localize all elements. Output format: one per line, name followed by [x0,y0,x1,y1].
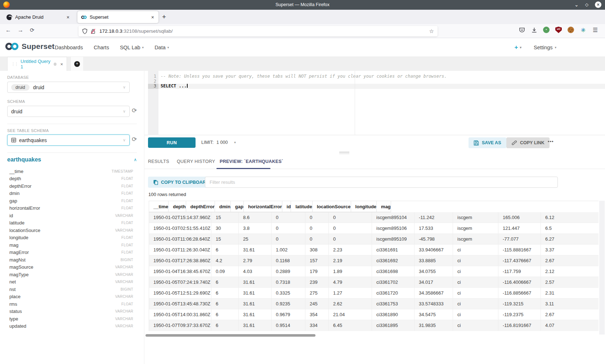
table-column-row[interactable]: id VARCHAR [9,212,133,219]
filter-results-input[interactable] [205,177,558,188]
superset-logo[interactable]: Superset [4,42,54,51]
table-column-row[interactable]: status VARCHAR [9,308,133,315]
table-column-row[interactable]: gap FLOAT [9,197,133,205]
settings-menu[interactable]: Settings▾ [534,45,556,50]
table-column-row[interactable]: __time TIMESTAMP [9,168,133,175]
column-header[interactable]: mag [377,201,391,212]
reload-button[interactable]: ⟳ [30,27,35,33]
column-header[interactable]: dmin [215,201,231,212]
nav-dashboards[interactable]: Dashboards [55,45,83,50]
extension-icon[interactable]: ＊ [543,27,550,33]
column-type: VARCHAR [115,273,133,277]
table-column-row[interactable]: longitude FLOAT [9,234,133,242]
table-column-row[interactable]: dmin FLOAT [9,190,133,197]
browser-tab-superset[interactable]: Superset × [77,11,158,23]
tab-query-history[interactable]: QUERY HISTORY [177,159,215,164]
horizontal-scrollbar-thumb[interactable] [145,334,315,337]
table-column-row[interactable]: type VARCHAR [9,315,133,323]
table-column-row[interactable]: horizontalError FLOAT [9,205,133,212]
table-row[interactable]: 1950-01-02T15:14:37.960Z 15 8.6 0 0 0 is… [149,212,599,223]
shield-icon[interactable] [82,28,88,34]
table-column-row[interactable]: latitude FLOAT [9,219,133,227]
nav-data[interactable]: Data▾ [154,45,169,50]
browser-tab-apache-druid[interactable]: Apache Druid × [3,11,74,23]
new-item-button[interactable]: +▾ [515,44,521,51]
column-header[interactable]: __time [149,201,169,212]
pane-splitter-handle[interactable] [339,152,349,155]
column-header[interactable]: depth [169,201,186,212]
table-column-row[interactable]: rms FLOAT [9,300,133,308]
column-header[interactable]: gap [231,201,244,212]
table-select[interactable]: earthquakes ∨ [7,135,130,146]
schema-select[interactable]: druid ∨ [7,106,130,117]
sql-editor[interactable]: 1 2 3 -- Note: Unless you save your quer… [144,71,605,135]
tab-close-icon[interactable]: × [66,14,70,20]
table-column-row[interactable]: magNst BIGINT [9,256,133,264]
add-query-tab-button[interactable]: + [71,57,83,71]
table-row[interactable]: 1950-01-03T11:06:28.640Z 15 25 0 0 0 isc… [149,234,599,245]
column-header[interactable]: longitude [351,201,377,212]
table-column-row[interactable]: place VARCHAR [9,293,133,301]
table-row[interactable]: 1950-01-07T09:37:33.670Z 6 31.61 0.9514 … [149,320,599,331]
column-header[interactable]: id [282,201,291,212]
table-row[interactable]: 1950-01-04T16:38:45.670Z 0.09 4.03 0.288… [149,266,599,277]
drag-handle-icon[interactable]: ⋮⋮ [11,62,18,67]
save-as-button[interactable]: SAVE AS [469,137,506,148]
table-row[interactable]: 1950-01-05T07:24:19.740Z 6 31.61 0.7318 … [149,277,599,288]
query-tab-active[interactable]: ⋮⋮ Untitled Query 1 × [7,57,67,71]
copy-link-button[interactable]: COPY LINK [506,137,550,148]
ublock-icon[interactable]: uO [555,27,562,33]
cookie-icon[interactable] [568,27,574,33]
tab-preview-earthquakes[interactable]: PREVIEW: `EARTHQUAKES` [220,159,283,164]
collapse-chevron-up-icon[interactable]: ∧ [134,157,137,162]
refresh-schema-icon[interactable]: ⟳ [132,107,137,114]
more-options-button[interactable]: ••• [548,139,554,144]
tab-close-icon[interactable]: × [151,14,155,20]
table-row[interactable]: 1950-01-03T17:26:38.860Z 4.2 2.79 0.1168… [149,255,599,266]
table-column-row[interactable]: locationSource VARCHAR [9,227,133,234]
vertical-scrollbar-track[interactable] [599,201,605,335]
table-row[interactable]: 1950-01-03T11:26:30.040Z 6 31.61 1.002 3… [149,245,599,255]
database-select[interactable]: druid druid ∨ [7,82,130,93]
extension-asterisk-icon[interactable]: ✳ [580,27,586,33]
table-column-row[interactable]: depthError FLOAT [9,182,133,190]
column-header[interactable]: horizontalError [244,201,282,212]
table-column-row[interactable]: updated VARCHAR [9,323,133,330]
window-minimize-button[interactable]: ⌄ [574,1,579,8]
table-column-row[interactable]: nst BIGINT [9,286,133,293]
table-column-row[interactable]: magSource VARCHAR [9,264,133,271]
downloads-icon[interactable] [531,27,537,33]
column-header[interactable]: locationSource [313,201,351,212]
table-column-row[interactable]: net VARCHAR [9,278,133,286]
new-tab-button[interactable]: + [162,13,166,21]
table-column-row[interactable]: magType VARCHAR [9,271,133,278]
table-row[interactable]: 1950-01-05T14:00:31.860Z 6 31.61 0.9679 … [149,309,599,320]
table-column-row[interactable]: magError FLOAT [9,249,133,256]
copy-to-clipboard-button[interactable]: COPY TO CLIPBOARD [148,177,214,188]
limit-dropdown[interactable]: LIMIT: 1 000 ▾ [201,140,236,145]
window-maximize-button[interactable]: ◇ [585,1,588,8]
refresh-table-icon[interactable]: ⟳ [132,136,137,143]
column-header[interactable]: depthError [186,201,215,212]
window-close-button[interactable]: × [595,1,601,8]
url-text[interactable]: 172.18.0.3:32108/superset/sqllab/ [99,28,429,34]
menu-icon[interactable]: ☰ [592,27,599,33]
url-bar[interactable]: 172.18.0.3:32108/superset/sqllab/ ☆ [79,26,438,36]
back-button[interactable]: ← [5,27,11,33]
nav-sql-lab[interactable]: SQL Lab▾ [120,45,144,50]
table-column-row[interactable]: depth FLOAT [9,175,133,183]
query-tab-close-icon[interactable]: × [60,62,63,67]
pocket-icon[interactable] [519,27,525,33]
column-header[interactable]: latitude [291,201,312,212]
table-name-heading[interactable]: earthquakes [7,156,41,163]
run-button[interactable]: RUN [148,137,196,148]
tab-results[interactable]: RESULTS [148,159,169,164]
insecure-lock-icon[interactable] [90,28,96,34]
bookmark-star-icon[interactable]: ☆ [429,28,434,35]
table-column-row[interactable]: mag FLOAT [9,241,133,249]
table-row[interactable]: 1950-01-03T02:51:55.410Z 30 3.8 0 0 0 is… [149,223,599,234]
nav-charts[interactable]: Charts [94,45,109,50]
table-row[interactable]: 1950-01-05T13:45:48.730Z 6 31.61 0.9235 … [149,299,599,309]
forward-button[interactable]: → [18,27,23,33]
table-row[interactable]: 1950-01-05T12:51:29.690Z 6 31.61 0.3325 … [149,288,599,299]
